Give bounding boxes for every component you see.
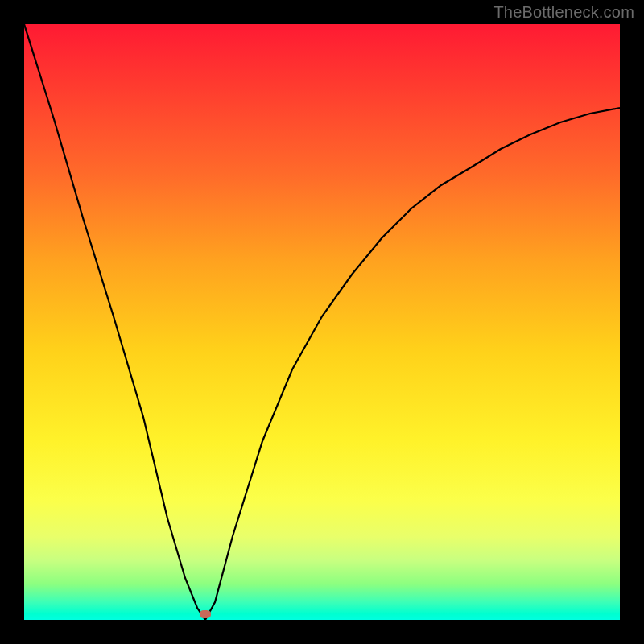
curve-svg	[24, 24, 620, 620]
chart-frame: TheBottleneck.com	[0, 0, 644, 644]
bottleneck-curve	[24, 24, 620, 620]
plot-area	[24, 24, 620, 620]
watermark-text: TheBottleneck.com	[493, 3, 634, 22]
optimal-marker	[200, 610, 211, 618]
